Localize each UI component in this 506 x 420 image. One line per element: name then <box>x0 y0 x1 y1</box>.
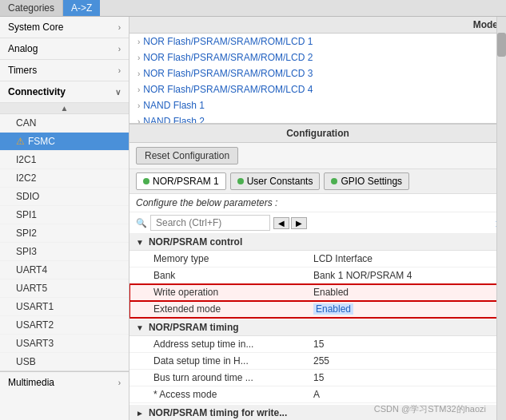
param-name: Bank <box>153 270 313 281</box>
param-value: Enabled <box>313 287 349 298</box>
mode-item-6[interactable]: › NAND Flash 2 <box>129 113 506 125</box>
mode-item-1[interactable]: › NOR Flash/PSRAM/SRAM/ROM/LCD 1 <box>129 34 506 50</box>
sidebar-item-can[interactable]: CAN <box>0 114 129 133</box>
chevron-right-icon: ► <box>136 409 144 418</box>
search-prev-button[interactable]: ◀ <box>273 217 289 229</box>
sidebar-item-system-core[interactable]: System Core › <box>0 17 129 38</box>
param-value: 15 <box>313 339 324 350</box>
mode-item-4[interactable]: › NOR Flash/PSRAM/SRAM/ROM/LCD 4 <box>129 81 506 97</box>
tab-dot-user <box>237 178 244 184</box>
search-next-button[interactable]: ▶ <box>291 217 307 229</box>
params-area: ▼ NOR/PSRAM control Memory type LCD Inte… <box>129 234 506 420</box>
chevron-right-icon: › <box>137 69 140 78</box>
param-group-nor-control[interactable]: ▼ NOR/PSRAM control <box>129 234 506 251</box>
chevron-down-icon: ▼ <box>136 323 144 332</box>
config-header: Configuration <box>129 125 506 143</box>
tab-user-constants[interactable]: User Constants <box>230 172 321 190</box>
chevron-right-icon: › <box>137 85 140 94</box>
sidebar-item-spi2[interactable]: SPI2 <box>0 224 129 243</box>
param-name: * Access mode <box>153 389 313 400</box>
search-input[interactable] <box>150 215 270 231</box>
sidebar-item-usart3[interactable]: USART3 <box>0 335 129 353</box>
param-name: Write operation <box>153 287 313 298</box>
sidebar-item-i2c2[interactable]: I2C2 <box>0 169 129 188</box>
reset-btn-row: Reset Configuration <box>129 143 506 169</box>
sidebar-group-connectivity[interactable]: Connectivity ∨ <box>0 81 129 103</box>
param-group-nor-timing[interactable]: ▼ NOR/PSRAM timing <box>129 319 506 336</box>
configure-label: Configure the below parameters : <box>129 194 506 212</box>
mode-panel: Mode › NOR Flash/PSRAM/SRAM/ROM/LCD 1 › … <box>129 17 506 125</box>
sidebar-item-uart4[interactable]: UART4 <box>0 261 129 279</box>
chevron-right-icon: › <box>137 53 140 62</box>
chevron-right-icon: › <box>137 117 140 125</box>
param-row-bank: Bank Bank 1 NOR/PSRAM 4 <box>129 267 506 284</box>
chevron-right-icon: › <box>137 101 140 110</box>
param-value: Bank 1 NOR/PSRAM 4 <box>313 270 412 281</box>
param-row-data-setup: Data setup time in H... 255 <box>129 353 506 370</box>
sidebar-item-usart1[interactable]: USART1 <box>0 298 129 316</box>
sidebar-item-multimedia[interactable]: Multimedia › <box>0 371 129 393</box>
config-panel: Configuration Reset Configuration NOR/PS… <box>129 125 506 420</box>
sidebar-item-uart5[interactable]: UART5 <box>0 279 129 298</box>
scroll-up-indicator[interactable]: ▲ <box>0 103 129 114</box>
watermark: CSDN @学习STM32的haozi <box>374 403 486 415</box>
search-nav: ◀ ▶ <box>273 217 307 229</box>
sidebar: System Core › Analog › Timers › Connecti… <box>0 17 129 420</box>
chevron-down-icon: ▼ <box>136 238 144 247</box>
param-name: Bus turn around time ... <box>153 372 313 383</box>
sidebar-item-usb[interactable]: USB <box>0 353 129 371</box>
sidebar-item-analog[interactable]: Analog › <box>0 38 129 60</box>
param-value: LCD Interface <box>313 253 373 264</box>
warning-icon: ⚠ <box>16 136 25 147</box>
chevron-right-icon: › <box>118 378 121 387</box>
param-row-extended-mode[interactable]: Extended mode Enabled <box>129 301 506 318</box>
mode-header: Mode <box>129 17 506 34</box>
mode-item-3[interactable]: › NOR Flash/PSRAM/SRAM/ROM/LCD 3 <box>129 65 506 81</box>
chevron-right-icon: › <box>118 66 121 75</box>
param-row-bus-turnaround: Bus turn around time ... 15 <box>129 370 506 386</box>
tab-gpio-settings[interactable]: GPIO Settings <box>324 172 409 190</box>
tab-categories[interactable]: Categories <box>0 0 63 16</box>
tab-dot-gpio <box>331 178 337 184</box>
chevron-right-icon: › <box>118 23 121 32</box>
param-value: Enabled <box>313 303 353 315</box>
sidebar-item-usart2[interactable]: USART2 <box>0 316 129 335</box>
sidebar-item-spi1[interactable]: SPI1 <box>0 206 129 224</box>
param-name: Data setup time in H... <box>153 355 313 367</box>
search-row: 🔍 ◀ ▶ ℹ <box>129 212 506 234</box>
param-value: 255 <box>313 355 329 367</box>
sidebar-item-fsmc[interactable]: ⚠ FSMC <box>0 133 129 151</box>
param-value: 15 <box>313 372 324 383</box>
mode-item-5[interactable]: › NAND Flash 1 <box>129 97 506 113</box>
mode-item-2[interactable]: › NOR Flash/PSRAM/SRAM/ROM/LCD 2 <box>129 50 506 65</box>
sidebar-item-i2c1[interactable]: I2C1 <box>0 151 129 169</box>
tab-az[interactable]: A->Z <box>63 0 100 16</box>
sidebar-item-sdio[interactable]: SDIO <box>0 188 129 206</box>
config-tabs: NOR/PSRAM 1 User Constants GPIO Settings <box>129 169 506 194</box>
param-value: A <box>313 389 320 400</box>
sidebar-item-timers[interactable]: Timers › <box>0 60 129 81</box>
param-row-write-operation[interactable]: Write operation Enabled <box>129 284 506 301</box>
param-row-address-setup: Address setup time in... 15 <box>129 336 506 353</box>
reset-configuration-button[interactable]: Reset Configuration <box>136 147 238 164</box>
chevron-right-icon: › <box>137 38 140 46</box>
param-row-memory-type: Memory type LCD Interface <box>129 251 506 267</box>
chevron-down-icon: ∨ <box>115 88 121 97</box>
param-name: Extended mode <box>153 303 313 315</box>
right-panel: Mode › NOR Flash/PSRAM/SRAM/ROM/LCD 1 › … <box>129 17 506 420</box>
tab-dot-active <box>143 178 149 184</box>
param-row-access-mode: * Access mode A <box>129 386 506 403</box>
chevron-right-icon: › <box>118 45 121 53</box>
tab-nor-psram1[interactable]: NOR/PSRAM 1 <box>136 172 226 190</box>
right-scrollbar[interactable] <box>496 17 506 420</box>
sidebar-item-spi3[interactable]: SPI3 <box>0 243 129 261</box>
param-name: Address setup time in... <box>153 339 313 350</box>
param-name: Memory type <box>153 253 313 264</box>
search-icon: 🔍 <box>136 218 147 228</box>
